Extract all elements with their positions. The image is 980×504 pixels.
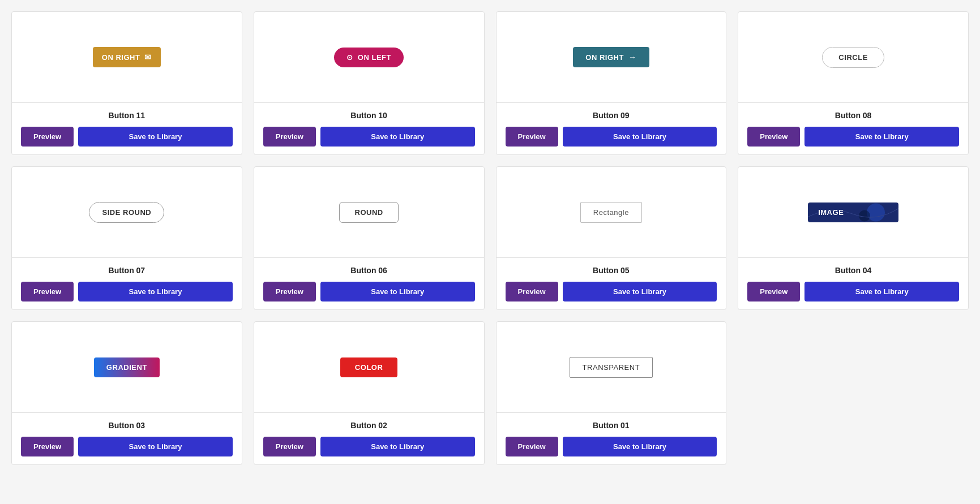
card-footer-btn01: Button 01 Preview Save to Library	[497, 412, 726, 464]
demo-button-image: IMAGE	[808, 203, 898, 222]
card-btn11: ON RIGHT Button 11 Preview Save to Libra…	[11, 11, 242, 155]
card-footer-btn09: Button 09 Preview Save to Library	[497, 102, 726, 154]
card-preview-btn08: CIRCLE	[738, 12, 968, 102]
card-btn05: Rectangle Button 05 Preview Save to Libr…	[496, 166, 727, 310]
preview-button-btn08[interactable]: Preview	[747, 127, 800, 147]
card-title-btn06: Button 06	[263, 266, 475, 275]
card-btn03: GRADIENT Button 03 Preview Save to Libra…	[11, 321, 242, 465]
card-footer-btn03: Button 03 Preview Save to Library	[12, 412, 242, 464]
mail-icon	[144, 53, 152, 62]
card-preview-btn07: SIDE ROUND	[12, 167, 242, 257]
preview-button-btn10[interactable]: Preview	[263, 127, 316, 147]
card-title-btn04: Button 04	[747, 266, 959, 275]
preview-button-btn11[interactable]: Preview	[21, 127, 74, 147]
card-btn06: ROUND Button 06 Preview Save to Library	[254, 166, 485, 310]
save-button-btn05[interactable]: Save to Library	[563, 282, 717, 301]
card-preview-btn03: GRADIENT	[12, 322, 242, 412]
save-button-btn11[interactable]: Save to Library	[78, 127, 233, 147]
demo-label-btn04: IMAGE	[818, 208, 844, 217]
card-preview-btn11: ON RIGHT	[12, 12, 242, 102]
demo-label-btn01: TRANSPARENT	[583, 363, 640, 372]
save-button-btn06[interactable]: Save to Library	[320, 282, 475, 301]
card-btn09: ON RIGHT Button 09 Preview Save to Libra…	[496, 11, 727, 155]
demo-button-color: COLOR	[340, 357, 398, 377]
card-title-btn07: Button 07	[21, 266, 233, 275]
card-btn08: CIRCLE Button 08 Preview Save to Library	[738, 11, 969, 155]
card-preview-btn02: COLOR	[254, 322, 484, 412]
card-title-btn09: Button 09	[506, 111, 717, 120]
preview-button-btn07[interactable]: Preview	[21, 282, 74, 301]
card-footer-btn10: Button 10 Preview Save to Library	[254, 102, 484, 154]
button-grid: ON RIGHT Button 11 Preview Save to Libra…	[11, 11, 969, 465]
demo-button-transparent: TRANSPARENT	[570, 357, 653, 378]
demo-button-on-left: ON LEFT	[334, 48, 404, 67]
demo-button-on-right: ON RIGHT	[93, 47, 161, 67]
card-title-btn03: Button 03	[21, 421, 233, 430]
card-actions-btn07: Preview Save to Library	[21, 282, 233, 301]
card-footer-btn08: Button 08 Preview Save to Library	[738, 102, 968, 154]
card-actions-btn02: Preview Save to Library	[263, 437, 475, 456]
card-title-btn05: Button 05	[506, 266, 717, 275]
card-actions-btn04: Preview Save to Library	[747, 282, 959, 301]
save-button-btn07[interactable]: Save to Library	[78, 282, 233, 301]
demo-label-btn02: COLOR	[355, 363, 383, 372]
demo-button-circle: CIRCLE	[822, 47, 884, 68]
card-actions-btn06: Preview Save to Library	[263, 282, 475, 301]
play-icon	[346, 53, 353, 62]
card-preview-btn10: ON LEFT	[254, 12, 484, 102]
save-button-btn10[interactable]: Save to Library	[320, 127, 475, 147]
preview-button-btn06[interactable]: Preview	[263, 282, 316, 301]
demo-button-side-round: SIDE ROUND	[89, 202, 164, 223]
preview-button-btn09[interactable]: Preview	[506, 127, 558, 147]
preview-button-btn05[interactable]: Preview	[506, 282, 558, 301]
card-actions-btn11: Preview Save to Library	[21, 127, 233, 147]
demo-label-btn07: SIDE ROUND	[102, 208, 151, 217]
card-footer-btn05: Button 05 Preview Save to Library	[497, 257, 726, 309]
demo-label-btn03: GRADIENT	[106, 363, 147, 372]
card-preview-btn01: TRANSPARENT	[497, 322, 726, 412]
demo-button-rectangle: Rectangle	[580, 202, 642, 223]
preview-button-btn03[interactable]: Preview	[21, 437, 74, 456]
card-preview-btn05: Rectangle	[497, 167, 726, 257]
save-button-btn03[interactable]: Save to Library	[78, 437, 233, 456]
demo-label-btn06: ROUND	[354, 208, 383, 217]
card-btn02: COLOR Button 02 Preview Save to Library	[254, 321, 485, 465]
card-actions-btn05: Preview Save to Library	[506, 282, 717, 301]
preview-button-btn02[interactable]: Preview	[263, 437, 316, 456]
card-preview-btn04: IMAGE	[738, 167, 968, 257]
card-title-btn01: Button 01	[506, 421, 717, 430]
save-button-btn08[interactable]: Save to Library	[804, 127, 959, 147]
card-footer-btn02: Button 02 Preview Save to Library	[254, 412, 484, 464]
card-btn10: ON LEFT Button 10 Preview Save to Librar…	[254, 11, 485, 155]
demo-label-btn08: CIRCLE	[838, 53, 868, 62]
arrow-icon	[628, 53, 637, 62]
card-actions-btn09: Preview Save to Library	[506, 127, 717, 147]
demo-label-btn11: ON RIGHT	[102, 53, 140, 62]
card-title-btn02: Button 02	[263, 421, 475, 430]
demo-button-on-right-arrow: ON RIGHT	[573, 47, 649, 67]
card-title-btn10: Button 10	[263, 111, 475, 120]
card-preview-btn06: ROUND	[254, 167, 484, 257]
preview-button-btn01[interactable]: Preview	[506, 437, 558, 456]
save-button-btn01[interactable]: Save to Library	[563, 437, 717, 456]
card-preview-btn09: ON RIGHT	[497, 12, 726, 102]
card-footer-btn04: Button 04 Preview Save to Library	[738, 257, 968, 309]
card-title-btn08: Button 08	[747, 111, 959, 120]
card-btn07: SIDE ROUND Button 07 Preview Save to Lib…	[11, 166, 242, 310]
card-btn04: IMAGE Button 04 Preview Save to Library	[738, 166, 969, 310]
demo-label-btn05: Rectangle	[593, 208, 629, 217]
card-actions-btn10: Preview Save to Library	[263, 127, 475, 147]
demo-button-gradient: GRADIENT	[94, 357, 160, 377]
card-title-btn11: Button 11	[21, 111, 233, 120]
card-footer-btn06: Button 06 Preview Save to Library	[254, 257, 484, 309]
card-footer-btn07: Button 07 Preview Save to Library	[12, 257, 242, 309]
save-button-btn09[interactable]: Save to Library	[563, 127, 717, 147]
card-footer-btn11: Button 11 Preview Save to Library	[12, 102, 242, 154]
card-actions-btn01: Preview Save to Library	[506, 437, 717, 456]
card-actions-btn03: Preview Save to Library	[21, 437, 233, 456]
card-actions-btn08: Preview Save to Library	[747, 127, 959, 147]
preview-button-btn04[interactable]: Preview	[747, 282, 800, 301]
save-button-btn02[interactable]: Save to Library	[320, 437, 475, 456]
save-button-btn04[interactable]: Save to Library	[804, 282, 959, 301]
demo-label-btn09: ON RIGHT	[585, 53, 624, 62]
